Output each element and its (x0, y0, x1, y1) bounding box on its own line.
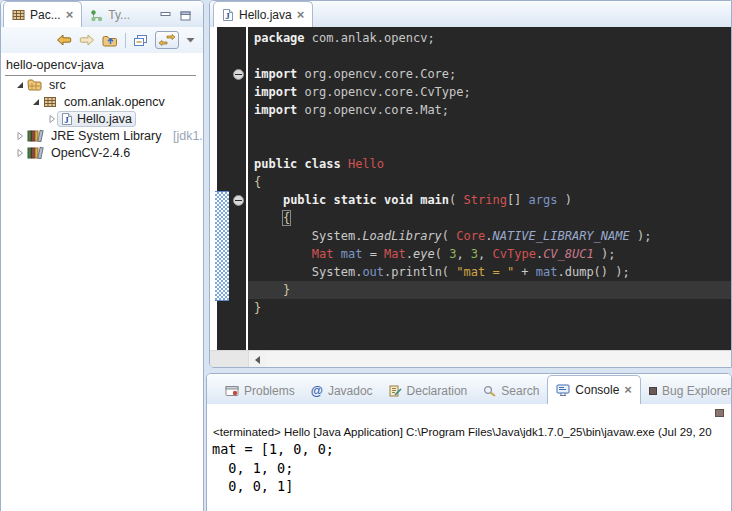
tree-item-hello-java[interactable]: J Hello.java (5, 110, 203, 127)
console-tabrow: Problems @ Javadoc Declaration Search Co… (207, 374, 731, 404)
close-icon[interactable]: × (624, 385, 632, 395)
console-output-line: 0, 0, 1] (212, 477, 731, 496)
console-output[interactable]: mat = [1, 0, 0; 0, 1, 0; 0, 0, 1] (207, 440, 731, 496)
tab-console[interactable]: Console × (547, 375, 641, 404)
collapsed-arrow-icon[interactable] (16, 149, 24, 157)
console-icon (556, 384, 570, 397)
minimize-icon[interactable] (160, 11, 171, 21)
maximize-icon[interactable] (180, 11, 191, 21)
svg-text:J: J (225, 11, 230, 21)
tab-javadoc[interactable]: @ Javadoc (303, 378, 381, 404)
type-hierarchy-icon (90, 9, 103, 22)
back-arrow-icon (56, 34, 72, 46)
project-tree: hello-opencv-java src com.anlak.opencv J… (1, 53, 203, 161)
fold-collapse-icon[interactable] (233, 195, 244, 206)
annotation-ruler[interactable] (217, 27, 246, 350)
editor-tabrow: J Hello.java × (210, 1, 731, 27)
code-line[interactable]: import org.opencv.core.Mat; (248, 101, 731, 119)
tab-hello-java[interactable]: J Hello.java × (213, 1, 313, 27)
tab-bug-explorer[interactable]: Bug Explorer (641, 378, 732, 404)
package-explorer-icon (12, 9, 25, 21)
tab-label: Hello.java (239, 8, 292, 22)
console-toolbar-fragment-icon[interactable] (715, 409, 724, 417)
code-line[interactable]: { (248, 173, 731, 191)
scrollbar-track[interactable] (266, 351, 731, 368)
forward-arrow-icon (79, 34, 95, 46)
code-line[interactable]: import org.opencv.core.Core; (248, 65, 731, 83)
expanded-arrow-icon[interactable] (16, 81, 24, 89)
forward-button[interactable] (79, 34, 95, 46)
collapse-all-button[interactable] (133, 34, 148, 47)
code-line[interactable]: } (248, 299, 731, 317)
collapsed-arrow-icon[interactable] (16, 132, 24, 140)
declaration-icon (389, 385, 402, 397)
tree-item-project[interactable]: hello-opencv-java (5, 56, 196, 76)
package-explorer-tabrow: Pac... × Ty... (1, 1, 203, 27)
tree-item-label: Hello.java (77, 112, 132, 126)
tree-item-package[interactable]: com.anlak.opencv (5, 93, 203, 110)
code-line[interactable] (248, 119, 731, 137)
code-line[interactable]: System.LoadLibrary( Core.NATIVE_LIBRARY_… (248, 227, 731, 245)
tree-item-label: OpenCV-2.4.6 (51, 146, 130, 160)
tab-declaration[interactable]: Declaration (381, 378, 476, 404)
tab-label: Bug Explorer (662, 384, 731, 398)
range-indicator (215, 191, 229, 301)
svg-text:J: J (64, 115, 69, 125)
tab-label: Javadoc (328, 384, 373, 398)
editor-panel: J Hello.java × package com.anlak.opencv;… (209, 0, 732, 368)
tab-type-hierarchy[interactable]: Ty... (82, 3, 138, 27)
tree-item-src[interactable]: src (5, 76, 203, 93)
tab-label: Ty... (108, 8, 130, 22)
close-icon[interactable]: × (66, 10, 74, 20)
console-toolbar (207, 404, 731, 425)
code-line[interactable]: public class Hello (248, 155, 731, 173)
code-line[interactable]: import org.opencv.core.CvType; (248, 83, 731, 101)
scrollbar-corner (210, 351, 249, 368)
code-line[interactable] (248, 137, 731, 155)
eclipse-workbench: Pac... × Ty... (0, 0, 732, 511)
scroll-left-button[interactable] (249, 351, 266, 368)
tree-item-label: src (49, 78, 66, 92)
tree-item-opencv-library[interactable]: OpenCV-2.4.6 (5, 144, 203, 161)
java-file-icon: J (222, 8, 234, 22)
search-icon (483, 385, 496, 397)
problems-icon (225, 385, 239, 397)
expanded-arrow-icon[interactable] (32, 98, 40, 106)
back-button[interactable] (56, 34, 72, 46)
package-icon (43, 95, 57, 108)
view-menu-icon (186, 37, 195, 43)
bug-square-icon (649, 387, 657, 395)
tree-item-jre-library[interactable]: JRE System Library [jdk1.7.0 (5, 127, 203, 144)
editor-left-margin (210, 27, 217, 350)
horizontal-scrollbar[interactable] (210, 350, 731, 368)
view-window-buttons (160, 11, 203, 27)
link-with-editor-button[interactable] (155, 31, 179, 49)
collapsed-arrow-icon[interactable] (48, 115, 56, 123)
code-line[interactable]: } (248, 281, 731, 299)
up-button[interactable] (102, 34, 118, 47)
tree-item-label: JRE System Library (51, 129, 161, 143)
project-label: hello-opencv-java (6, 58, 104, 72)
tab-problems[interactable]: Problems (217, 378, 303, 404)
fold-collapse-icon[interactable] (233, 69, 244, 80)
code-line[interactable]: { (248, 209, 731, 227)
code-line[interactable]: Mat mat = Mat.eye( 3, 3, CvType.CV_8UC1 … (248, 245, 731, 263)
view-menu-button[interactable] (186, 37, 195, 43)
package-explorer-toolbar (1, 27, 203, 53)
scroll-left-arrow-icon (255, 356, 260, 364)
code-line[interactable] (248, 47, 731, 65)
tab-label: Console (575, 383, 619, 397)
code-line[interactable]: package com.anlak.opencv; (248, 29, 731, 47)
code-line[interactable]: System.out.println( "mat = " + mat.dump(… (248, 263, 731, 281)
library-icon (27, 129, 44, 142)
close-icon[interactable]: × (297, 10, 305, 20)
link-with-editor-icon (159, 34, 175, 46)
code-line[interactable]: public static void main( String[] args ) (248, 191, 731, 209)
tab-label: Search (501, 384, 539, 398)
tab-package-explorer[interactable]: Pac... × (3, 1, 82, 27)
code-area[interactable]: package com.anlak.opencv;import org.open… (248, 27, 731, 350)
tab-label: Problems (244, 384, 295, 398)
package-folder-icon (27, 78, 42, 91)
tab-search[interactable]: Search (475, 378, 547, 404)
tree-item-suffix: [jdk1.7.0 (173, 129, 203, 143)
